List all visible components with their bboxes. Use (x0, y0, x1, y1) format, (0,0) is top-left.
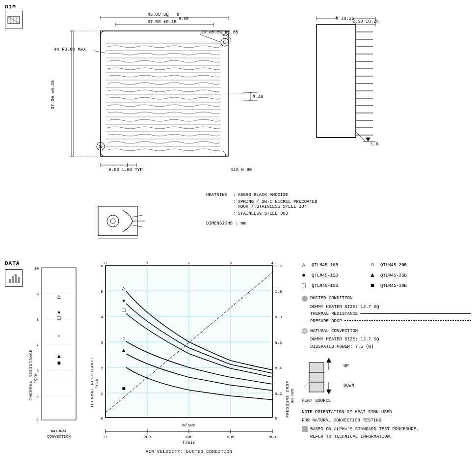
svg-text:10: 10 (34, 266, 39, 271)
svg-text:CONVECTION: CONVECTION (47, 434, 71, 439)
svg-text:THERMAL RESISTANCE: THERMAL RESISTANCE (28, 349, 33, 400)
dim-icon (5, 11, 23, 28)
svg-text:NATURAL: NATURAL (51, 429, 67, 433)
svg-rect-188 (309, 363, 324, 372)
ducted-heater: DUMMY HEATER SIZE: 12.7 SQ (310, 304, 471, 310)
legend-area: △ QTLM45-10B ○ QTLM45-20B ● QTLM45-12B ▲… (302, 260, 471, 440)
legend-item-3a: QTLM45-15B (312, 281, 370, 291)
svg-text:▲: ▲ (57, 353, 61, 360)
svg-text:●: ● (122, 298, 125, 304)
svg-text:■: ■ (57, 360, 60, 367)
svg-line-18 (93, 51, 106, 53)
ducted-thermal-label: THERMAL RESISTANCE (310, 310, 358, 317)
up-label: UP (344, 363, 354, 369)
natural-label: NATURAL CONVECTION (310, 328, 358, 335)
detail-sketch (83, 196, 172, 251)
svg-rect-19 (101, 31, 228, 156)
ducted-pressure-label: PRESURE DROP (310, 318, 342, 325)
svg-text:11X 0.80: 11X 0.80 (231, 168, 252, 172)
svg-text:1.60 TYP: 1.60 TYP (121, 168, 142, 172)
orientation-diagram (302, 355, 341, 404)
legend-item-3b: QTLM45-30B (380, 281, 407, 291)
svg-text:0.8: 0.8 (275, 315, 282, 319)
svg-text:▲: ▲ (122, 347, 126, 354)
spec3: STAINLESS STEEL 303 (238, 210, 317, 217)
svg-text:0.4: 0.4 (275, 366, 282, 370)
svg-text:5: 5 (101, 289, 103, 294)
svg-text:THERMAL RESISTANCE: THERMAL RESISTANCE (90, 357, 94, 408)
svg-text:4: 4 (101, 315, 103, 319)
svg-text:1.2: 1.2 (275, 264, 282, 268)
svg-line-16 (200, 34, 221, 42)
svg-text:9: 9 (36, 292, 39, 296)
svg-text:0.6: 0.6 (275, 340, 282, 345)
svg-text:1.6: 1.6 (370, 142, 378, 147)
svg-point-35 (221, 38, 229, 46)
chart-ducted: THERMAL RESISTANCE °C/W PRESSURE DROP mm… (88, 260, 294, 467)
svg-text:m/sec: m/sec (182, 423, 195, 428)
svg-text:37.00 ±0.15: 37.00 ±0.15 (147, 20, 176, 25)
svg-text:2.50 ±0.25: 2.50 ±0.25 (352, 19, 379, 24)
svg-rect-104 (18, 277, 20, 283)
note4: REFER TO TECHNICAL INFORMATION. (310, 433, 419, 440)
svg-text:△: △ (57, 293, 61, 300)
svg-text:-0.50: -0.50 (177, 16, 188, 21)
spec1: A6063 BLACK ANODIZE (238, 192, 317, 198)
svg-text:1.0: 1.0 (275, 289, 282, 294)
svg-text:45.00 SQ: 45.00 SQ (147, 12, 168, 17)
svg-text:8: 8 (36, 317, 39, 322)
svg-text:7: 7 (36, 343, 39, 347)
svg-text:0: 0 (101, 416, 103, 420)
svg-text:800: 800 (269, 435, 276, 439)
chart-natural-convection: THERMAL RESISTANCE °C/W 10 9 8 7 6 5 4 △… (27, 263, 86, 449)
svg-text:9.60: 9.60 (108, 168, 119, 172)
svg-text:1: 1 (101, 392, 103, 396)
svg-rect-93 (98, 206, 137, 236)
svg-text:3: 3 (101, 340, 103, 345)
svg-text:37.00 ±0.15: 37.00 ±0.15 (51, 80, 55, 109)
svg-text:□: □ (57, 315, 60, 322)
svg-text:3.40: 3.40 (253, 95, 264, 100)
svg-text:°C/W: °C/W (95, 379, 99, 388)
spec2b: HOOK / STAINLESS STEEL 304 (238, 204, 307, 209)
svg-point-95 (110, 219, 115, 224)
note2: FOR NATURAL CONVECTION TESTING (302, 417, 471, 424)
svg-text:4: 4 (271, 261, 274, 265)
svg-rect-107 (42, 268, 76, 420)
svg-text:°C/W: °C/W (33, 374, 38, 383)
svg-line-195 (304, 382, 309, 387)
svg-point-36 (223, 41, 226, 44)
right-view-drawing: h ±0.25 2.50 ±0.25 1.6 (307, 10, 395, 152)
dim-label: DIM (5, 4, 16, 10)
svg-text:h ±0.25: h ±0.25 (336, 16, 354, 21)
svg-text:f/min: f/min (182, 441, 195, 446)
natural-power: DISSPATED POWER: 7.5 (W) (310, 343, 471, 350)
data-icon (5, 269, 23, 287)
ducted-label: DUCTED CONDITION (310, 295, 352, 302)
svg-text:0: 0 (105, 435, 107, 439)
legend-item-2a: QTLM45-12B (312, 271, 370, 281)
svg-rect-101 (9, 279, 11, 283)
svg-text:○: ○ (122, 336, 125, 341)
svg-text:6: 6 (101, 264, 103, 268)
svg-marker-194 (326, 390, 331, 394)
svg-text:600: 600 (227, 435, 235, 439)
svg-text:4: 4 (36, 418, 39, 422)
svg-text:0: 0 (105, 261, 107, 265)
note3: BASED ON ALPHA'S STANDARD TEST PROCEDURE… (310, 426, 419, 433)
specs-area: HEATSINK : A6063 BLACK ANODIZE : SPRING … (206, 192, 466, 226)
technical-drawing: 45.00 SQ 0 -0.50 37.00 ±0.15 2X ⌀5.00 ±0… (25, 4, 304, 191)
svg-text:3: 3 (230, 261, 232, 265)
spec2a: SPRING / SW-C NICKEL PRECOATED (238, 199, 317, 204)
svg-text:0.2: 0.2 (275, 392, 282, 396)
svg-text:0: 0 (275, 416, 277, 420)
svg-rect-102 (12, 276, 14, 283)
svg-text:400: 400 (185, 435, 193, 439)
svg-text:2: 2 (101, 366, 103, 370)
svg-text:■: ■ (122, 386, 125, 392)
legend-item-1a: QTLM45-10B (312, 260, 370, 271)
svg-rect-103 (15, 274, 17, 283)
svg-line-89 (356, 132, 366, 141)
svg-text:2: 2 (188, 261, 190, 265)
svg-marker-91 (366, 138, 370, 141)
